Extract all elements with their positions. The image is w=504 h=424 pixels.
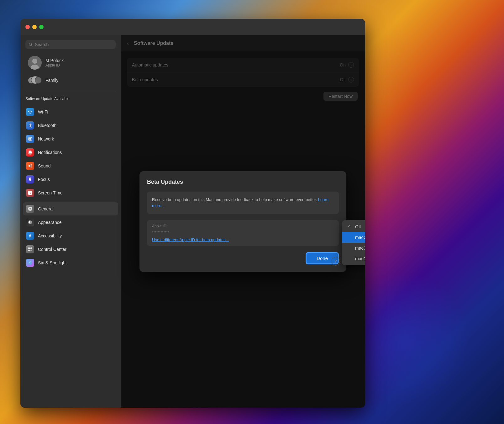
svg-line-1: [31, 45, 33, 46]
user-row[interactable]: M Potuck Apple ID: [25, 54, 116, 72]
window-titlebar: [20, 19, 365, 35]
modal-description-box: Receive beta updates on this Mac and pro…: [147, 192, 339, 214]
apple-id-label: Apple ID: [152, 224, 334, 228]
sidebar: Search M Potuck Apple ID: [20, 35, 121, 408]
sidebar-item-wifi[interactable]: Wi-Fi: [23, 105, 118, 119]
avatar: [28, 56, 42, 70]
sidebar-item-label: Wi-Fi: [38, 109, 48, 114]
sidebar-item-sound[interactable]: Sound: [23, 159, 118, 172]
sidebar-item-label: General: [38, 206, 54, 211]
sidebar-item-network[interactable]: Network: [23, 132, 118, 146]
dropdown-ventura-dev-label: macOS Ventura Developer Beta: [355, 256, 365, 261]
search-placeholder: Search: [35, 42, 49, 47]
focus-icon: [26, 175, 34, 183]
controlcenter-icon: [26, 245, 34, 253]
update-alert[interactable]: Software Update Available: [20, 94, 121, 105]
user-section: M Potuck Apple ID Family: [20, 54, 121, 90]
modal-footer: Done: [147, 252, 339, 264]
help-button[interactable]: ?: [331, 257, 340, 266]
family-label: Family: [45, 78, 58, 83]
maximize-button[interactable]: [39, 25, 44, 29]
dropdown-item-ventura-dev[interactable]: macOS Ventura Developer Beta: [342, 253, 365, 264]
modal-description: Receive beta updates on this Mac and pro…: [152, 197, 334, 209]
sidebar-item-controlcenter[interactable]: Control Center: [23, 243, 118, 256]
svg-point-3: [32, 59, 37, 64]
dropdown-item-off[interactable]: ✓ Off: [342, 221, 365, 232]
svg-point-16: [28, 261, 32, 265]
modal-title: Beta Updates: [147, 179, 339, 185]
sidebar-nav: Wi-Fi Bluetooth: [20, 105, 121, 270]
system-preferences-window: Search M Potuck Apple ID: [20, 19, 365, 408]
sidebar-item-label: Control Center: [38, 247, 66, 252]
sidebar-item-label: Network: [38, 136, 54, 141]
sidebar-item-siri[interactable]: Siri & Spotlight: [23, 256, 118, 269]
sidebar-item-label: Sound: [38, 163, 50, 168]
accessibility-icon: [26, 232, 34, 240]
main-content: ‹ Software Update Automatic updates On ℹ…: [121, 35, 365, 408]
sidebar-item-accessibility[interactable]: Accessibility: [23, 229, 118, 242]
close-button[interactable]: [25, 25, 30, 29]
modal-overlay: Beta Updates Receive beta updates on thi…: [121, 35, 365, 408]
screentime-icon: [26, 189, 34, 197]
family-row[interactable]: Family: [25, 74, 116, 87]
svg-point-11: [30, 234, 31, 235]
svg-rect-12: [28, 247, 30, 249]
apple-id-link[interactable]: Use a different Apple ID for beta update…: [152, 237, 334, 242]
sidebar-item-appearance[interactable]: Appearance: [23, 216, 118, 229]
dropdown-ventura-public-label: macOS Ventura Public Beta: [355, 246, 365, 251]
sidebar-item-focus[interactable]: Focus: [23, 173, 118, 186]
beta-updates-modal: Beta Updates Receive beta updates on thi…: [139, 171, 346, 272]
appearance-icon: [26, 218, 34, 226]
network-icon: [26, 135, 34, 143]
user-info: M Potuck Apple ID: [45, 58, 64, 67]
notifications-icon: [26, 148, 34, 156]
dropdown-off-label: Off: [355, 224, 361, 229]
dropdown-item-sonoma-dev[interactable]: macOS Sonoma Developer Beta: [342, 232, 365, 243]
svg-rect-14: [28, 250, 30, 251]
general-icon: [26, 205, 34, 213]
user-name: M Potuck: [45, 58, 64, 63]
svg-point-9: [29, 208, 31, 209]
dropdown-sonoma-dev-label: macOS Sonoma Developer Beta: [355, 235, 365, 240]
sidebar-item-label: Notifications: [38, 150, 62, 155]
svg-rect-15: [30, 250, 32, 251]
sidebar-item-label: Accessibility: [38, 233, 62, 238]
apple-id-box: Apple ID •••••••••••• Use a different Ap…: [147, 220, 339, 246]
checkmark-icon: ✓: [347, 224, 352, 229]
dropdown-menu: ✓ Off macOS Sonoma Developer Beta macOS …: [342, 220, 365, 265]
minimize-button[interactable]: [32, 25, 37, 29]
sidebar-divider: [25, 92, 116, 92]
user-subtitle: Apple ID: [45, 63, 64, 67]
sidebar-item-bluetooth[interactable]: Bluetooth: [23, 119, 118, 132]
bluetooth-icon: [26, 121, 34, 130]
family-avatars: [28, 76, 42, 85]
svg-point-6: [30, 178, 31, 179]
sound-icon: [26, 162, 34, 170]
sidebar-item-notifications[interactable]: Notifications: [23, 146, 118, 159]
wifi-icon: [26, 108, 34, 116]
sidebar-item-general[interactable]: General: [23, 202, 118, 215]
sidebar-item-label: Appearance: [38, 220, 62, 225]
traffic-lights: [25, 25, 44, 29]
window-body: Search M Potuck Apple ID: [20, 35, 365, 408]
sidebar-item-label: Bluetooth: [38, 123, 56, 128]
siri-icon: [26, 259, 34, 267]
update-alert-text: Software Update Available: [25, 97, 70, 101]
svg-rect-13: [30, 247, 32, 249]
sidebar-item-label: Focus: [38, 177, 50, 182]
search-bar[interactable]: Search: [25, 40, 116, 49]
search-icon: [29, 42, 33, 47]
sidebar-item-label: Siri & Spotlight: [38, 260, 67, 265]
apple-id-value: ••••••••••••: [152, 230, 334, 234]
sidebar-item-screentime[interactable]: Screen Time: [23, 186, 118, 199]
sidebar-divider-2: [25, 201, 116, 201]
sidebar-item-label: Screen Time: [38, 190, 63, 195]
dropdown-item-ventura-public[interactable]: macOS Ventura Public Beta: [342, 243, 365, 253]
